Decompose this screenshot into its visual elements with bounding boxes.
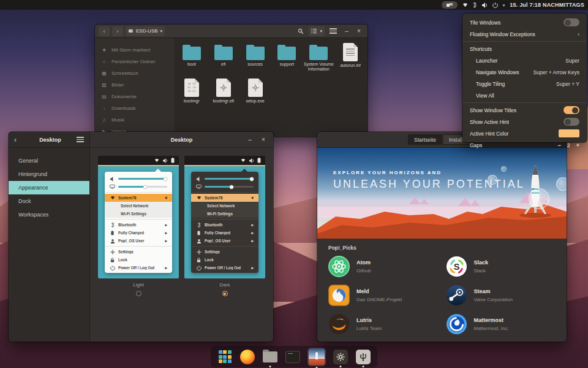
app-item-steam[interactable]: SteamValve Corporation (446, 285, 556, 306)
dark-theme-radio[interactable] (222, 291, 228, 296)
close-button[interactable]: × (354, 28, 364, 34)
sidebar-item-downloads[interactable]: ↓Downloads (95, 102, 175, 114)
download-icon: ↓ (101, 105, 107, 111)
nav-item-dock[interactable]: Dock (9, 194, 89, 208)
dark-theme-label: Dark (184, 282, 265, 288)
theme-option-dark[interactable]: System76▾ Select Network Wi-Fi Settings … (184, 156, 265, 296)
file-tile[interactable]: bootmgr.efi (208, 76, 239, 112)
atom-icon (328, 256, 350, 277)
tile-windows-row[interactable]: Tile Windows (462, 17, 587, 28)
show-active-hint-row[interactable]: Show Active Hint (462, 116, 587, 128)
network-indicator[interactable] (462, 2, 468, 7)
tile-windows-toggle[interactable] (564, 18, 579, 26)
usb-drive-icon (356, 350, 371, 364)
navigate-windows-row[interactable]: Navigate WindowsSuper + Arrow Keys (462, 66, 587, 78)
featured-banner[interactable]: EXPLORE YOUR HORIZONS AND UNLEASH YOUR P… (317, 148, 567, 239)
menu-button[interactable] (327, 26, 339, 36)
gaps-value: 2 (567, 142, 570, 148)
lutris-icon (328, 313, 350, 335)
view-mode-button[interactable]: ▾ (309, 26, 325, 36)
nav-item-hintergrund[interactable]: Hintergrund (9, 167, 89, 181)
minimize-button[interactable]: – (245, 136, 255, 143)
file-tile[interactable]: setup.exe (239, 76, 271, 112)
pop-shop-icon (309, 349, 325, 365)
panel-clock[interactable]: 15. Jul 7:18 NACHMITTAGS (510, 2, 584, 8)
search-button[interactable] (295, 26, 306, 36)
floating-exceptions-row[interactable]: Floating Window Exceptions› (462, 28, 587, 40)
view-all-row[interactable]: View All (462, 90, 587, 101)
folder-icon (214, 47, 233, 60)
dock-item-files[interactable] (262, 349, 278, 365)
dock-item-pop-shop[interactable] (307, 348, 326, 366)
settings-icon (333, 350, 348, 364)
sidebar-item-home[interactable]: ⌂Persönlicher Ordner (95, 56, 175, 67)
shortcuts-header: Shortcuts (462, 43, 587, 55)
dock-item-usb-drive[interactable] (355, 349, 371, 365)
sidebar-item-starred[interactable]: ★Mit Stern markiert (95, 44, 175, 56)
bluetooth-indicator[interactable] (473, 2, 477, 8)
sidebar-item-documents[interactable]: ▤Dokumente (95, 91, 175, 102)
file-tile[interactable]: support (271, 40, 303, 76)
toggle-tiling-row[interactable]: Toggle TilingSuper + Y (462, 78, 587, 90)
power-indicator[interactable] (492, 2, 498, 8)
app-item-atom[interactable]: AtomGithub (328, 256, 439, 277)
theme-option-light[interactable]: System76▾ Select Network Wi-Fi Settings … (98, 156, 179, 296)
dock (211, 346, 377, 367)
dock-item-applications[interactable] (217, 349, 233, 365)
show-window-titles-toggle[interactable] (564, 106, 579, 114)
tiling-menu-button[interactable] (442, 1, 458, 9)
hamburger-icon[interactable] (77, 136, 84, 144)
sidebar-item-desktop[interactable]: ▦Schreibtisch (95, 67, 175, 79)
dock-item-terminal[interactable] (285, 349, 301, 365)
chevron-down-icon: ▾ (160, 29, 163, 33)
power-icon (492, 2, 498, 8)
pictures-icon: ▨ (101, 82, 107, 88)
file-tile[interactable]: 10 0101 1010 01bootmgr (176, 76, 208, 112)
dock-item-firefox[interactable] (239, 349, 255, 365)
close-button[interactable]: × (258, 136, 268, 143)
sidebar-item-pictures[interactable]: ▨Bilder (95, 79, 175, 91)
gaps-decrease-button[interactable]: − (557, 142, 560, 148)
svg-text:S: S (453, 262, 459, 272)
chevron-down-icon[interactable]: ▾ (503, 3, 505, 7)
file-tile[interactable]: sources (239, 40, 271, 76)
drive-icon (128, 28, 134, 34)
tab-startseite[interactable]: Startseite (408, 134, 442, 145)
volume-indicator[interactable] (481, 2, 488, 8)
file-tile[interactable]: System Volume Information (303, 40, 334, 76)
file-grid: boot efi sources support System Volume I… (175, 38, 368, 136)
battery-icon (171, 158, 175, 163)
desktop: ‹ › ESD-USB ▾ ▾ – × ★Mit Stern mar (0, 0, 588, 368)
back-button[interactable]: ‹ (14, 136, 24, 144)
file-tile[interactable]: boot (176, 40, 208, 76)
pop-picks-title: Pop!_Picks (328, 245, 556, 251)
sidebar-item-music[interactable]: ♫Musik (95, 114, 175, 126)
color-swatch[interactable] (559, 129, 579, 137)
app-item-slack[interactable]: S SlackSlack (446, 256, 556, 277)
show-window-titles-row[interactable]: Show Window Titles (462, 104, 587, 116)
light-theme-radio[interactable] (136, 291, 141, 296)
active-hint-color-row[interactable]: Active Hint Color (462, 128, 587, 139)
folder-icon (246, 47, 265, 60)
nav-item-appearance[interactable]: Appearance (9, 181, 89, 194)
location-button[interactable]: ESD-USB ▾ (126, 26, 165, 36)
preview-panel (184, 156, 265, 165)
minimize-button[interactable]: – (342, 28, 352, 34)
preview-system-menu: System76▾ Select Network Wi-Fi Settings … (191, 172, 258, 273)
dock-item-settings[interactable] (333, 349, 349, 365)
back-button[interactable]: ‹ (99, 26, 110, 36)
app-item-meld[interactable]: MeldDas GNOME-Projekt (328, 285, 439, 306)
file-tile[interactable]: autorun.inf (334, 40, 366, 76)
gaps-increase-button[interactable]: + (576, 142, 579, 148)
wifi-icon (462, 2, 468, 7)
list-view-icon (311, 28, 317, 34)
show-active-hint-toggle[interactable] (564, 118, 579, 126)
app-item-mattermost[interactable]: MattermostMattermost, Inc. (446, 313, 556, 335)
launcher-row[interactable]: LauncherSuper (462, 55, 587, 66)
forward-button[interactable]: › (112, 26, 123, 36)
file-tile[interactable]: efi (208, 40, 239, 76)
app-item-lutris[interactable]: LutrisLutris Team (328, 313, 439, 335)
light-theme-label: Light (98, 282, 179, 288)
nav-item-workspaces[interactable]: Workspaces (9, 208, 89, 221)
nav-item-general[interactable]: General (9, 154, 89, 167)
